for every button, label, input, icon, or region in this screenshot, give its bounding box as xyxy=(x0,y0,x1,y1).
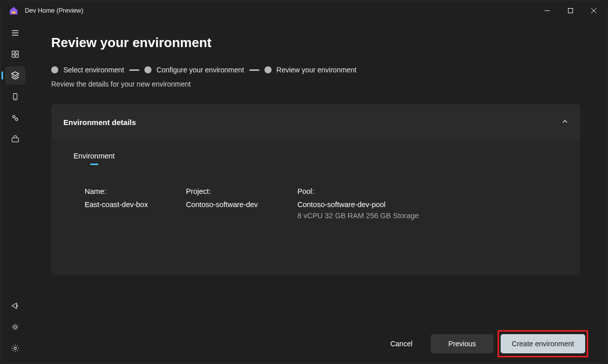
nav-configure[interactable] xyxy=(5,109,25,127)
step-label: Select environment xyxy=(63,66,124,74)
chevron-up-icon xyxy=(562,117,568,127)
nav-settings[interactable] xyxy=(5,339,25,357)
svg-point-17 xyxy=(14,326,16,328)
create-environment-button[interactable]: Create environment xyxy=(501,334,585,353)
step-label: Review your environment xyxy=(277,66,357,74)
environment-details-card: Environment details Environment Name: Pr… xyxy=(51,104,580,275)
step-dot-icon xyxy=(144,66,151,73)
step-label: Configure your environment xyxy=(157,66,244,74)
card-title: Environment details xyxy=(63,118,136,127)
svg-rect-2 xyxy=(568,9,573,13)
tab-environment[interactable]: Environment xyxy=(73,152,115,164)
step-1: Select environment xyxy=(51,66,124,74)
app-title: Dev Home (Preview) xyxy=(25,7,83,14)
card-header[interactable]: Environment details xyxy=(51,104,580,140)
pool-value: Contoso-software-dev-pool xyxy=(297,200,558,209)
nav-machine[interactable] xyxy=(5,88,25,106)
window-controls xyxy=(536,3,605,19)
step-dot-icon xyxy=(264,66,272,73)
maximize-button[interactable] xyxy=(559,3,582,19)
cancel-button[interactable]: Cancel xyxy=(379,334,424,353)
svg-rect-0 xyxy=(12,12,16,14)
name-value: East-coast-dev-box xyxy=(85,200,176,220)
svg-rect-11 xyxy=(16,55,18,57)
step-2: Configure your environment xyxy=(144,66,244,74)
minimize-button[interactable] xyxy=(536,3,559,19)
hamburger-menu[interactable] xyxy=(5,24,25,42)
nav-feedback[interactable] xyxy=(5,297,25,315)
pool-label: Pool: xyxy=(297,187,558,195)
svg-point-14 xyxy=(13,115,15,118)
page-subtext: Review the details for your new environm… xyxy=(51,80,580,88)
close-button[interactable] xyxy=(582,3,605,19)
svg-rect-16 xyxy=(12,138,19,142)
pool-spec: 8 vCPU 32 GB RAM 256 GB Storage xyxy=(297,212,558,220)
sidebar xyxy=(1,21,30,363)
svg-rect-9 xyxy=(16,51,18,54)
progress-stepper: Select environment Configure your enviro… xyxy=(51,66,580,74)
page-title: Review your environment xyxy=(51,35,580,51)
svg-point-13 xyxy=(15,99,16,99)
nav-environments[interactable] xyxy=(5,66,25,85)
titlebar: Dev Home (Preview) xyxy=(1,1,607,21)
previous-button[interactable]: Previous xyxy=(431,334,493,353)
step-connector xyxy=(249,69,259,71)
nav-extensions[interactable] xyxy=(5,318,25,336)
main-content: Review your environment Select environme… xyxy=(30,21,607,363)
app-icon xyxy=(9,6,19,16)
step-3: Review your environment xyxy=(264,66,357,74)
name-label: Name: xyxy=(85,187,176,195)
nav-dashboard[interactable] xyxy=(5,45,25,63)
step-dot-icon xyxy=(51,66,58,73)
step-connector xyxy=(129,69,139,71)
svg-point-18 xyxy=(14,347,17,350)
svg-rect-8 xyxy=(12,51,15,54)
project-value: Contoso-software-dev xyxy=(186,200,287,220)
project-label: Project: xyxy=(186,187,287,195)
svg-point-15 xyxy=(15,118,18,120)
nav-utilities[interactable] xyxy=(5,130,25,148)
svg-rect-10 xyxy=(12,55,15,57)
footer-buttons: Cancel Previous Create environment xyxy=(379,334,585,353)
